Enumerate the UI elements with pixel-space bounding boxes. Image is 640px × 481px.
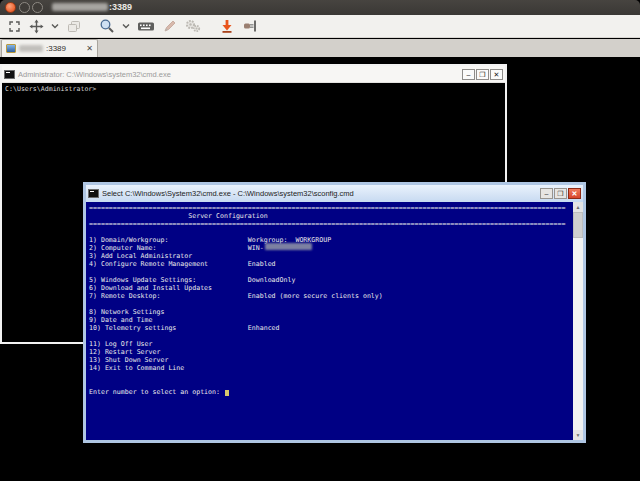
disconnect-button[interactable] [240,17,260,36]
fullscreen-icon [7,19,22,34]
console-icon [4,70,15,79]
remmina-toolbar [0,15,640,38]
scaled-mode-button[interactable] [97,17,117,36]
sconfig-minimize-button[interactable]: – [540,188,553,199]
host-title-port: :3389 [109,2,132,12]
host-minimize-button[interactable] [19,2,30,13]
remote-desktop-surface[interactable]: Administrator: C:\Windows\system32\cmd.e… [0,57,640,481]
keyboard-icon [137,19,155,33]
host-maximize-button[interactable] [32,2,43,13]
tools-button[interactable] [182,17,204,36]
sconfig-close-button[interactable]: ✕ [568,188,581,199]
scrollbar-thumb[interactable] [573,212,583,238]
tab-close-button[interactable]: ✕ [86,45,93,53]
rdp-connection-icon [6,44,16,53]
tab-port-label: :3389 [46,44,66,53]
fullscreen-button[interactable] [5,17,24,36]
sconfig-console-area[interactable]: ========================================… [86,202,583,440]
cmd-minimize-button[interactable]: – [462,69,475,80]
sconfig-maximize-button[interactable]: ❐ [554,188,567,199]
duplicate-connection-button[interactable] [64,17,84,36]
scroll-up-arrow-icon[interactable]: ▲ [573,202,583,212]
cmd-maximize-button[interactable]: ❐ [476,69,489,80]
pan-mode-button[interactable] [27,17,46,36]
chevron-down-icon [51,22,59,30]
chevron-down-icon [122,22,130,30]
console-icon [88,189,99,198]
console-scrollbar[interactable]: ▲ ▼ [573,202,583,440]
redacted-computer-name [265,243,312,250]
sconfig-window-titlebar[interactable]: Select C:\Windows\System32\cmd.exe - C:\… [86,185,583,202]
scroll-down-arrow-icon[interactable]: ▼ [573,430,583,440]
pan-dropdown-button[interactable] [49,17,61,36]
host-close-button[interactable] [5,2,16,13]
sconfig-window[interactable]: Select C:\Windows\System32\cmd.exe - C:\… [83,182,586,443]
plug-icon [242,18,258,34]
cmd-console-output: C:\Users\Administrator> [2,83,505,93]
cmd-window-titlebar[interactable]: Administrator: C:\Windows\system32\cmd.e… [2,66,505,83]
text-cursor [225,390,229,396]
cmd-close-button[interactable]: ✕ [490,69,503,80]
sconfig-console-output: ========================================… [86,202,573,396]
magnifier-icon [99,18,115,34]
pan-arrows-icon [29,19,44,34]
screenshot-button[interactable] [217,17,237,36]
host-window-titlebar: :3389 [0,0,640,15]
cmd-window-title: Administrator: C:\Windows\system32\cmd.e… [18,70,171,79]
connection-tabbar: :3389 ✕ [0,39,640,57]
sconfig-window-title: Select C:\Windows\System32\cmd.exe - C:\… [102,189,354,198]
keyboard-grab-button[interactable] [135,17,157,36]
cmd-console-area[interactable]: C:\Users\Administrator> [2,83,505,93]
connection-tab[interactable]: :3389 ✕ [1,39,98,57]
redacted-tab-address [19,45,43,52]
scale-dropdown-button[interactable] [120,17,132,36]
pencil-icon [162,19,177,34]
duplicate-icon [66,19,82,34]
preferences-button[interactable] [160,17,179,36]
gears-icon [184,18,202,34]
redacted-host-address [52,3,108,11]
download-arrow-icon [219,18,235,34]
host-window-title: :3389 [52,2,132,12]
